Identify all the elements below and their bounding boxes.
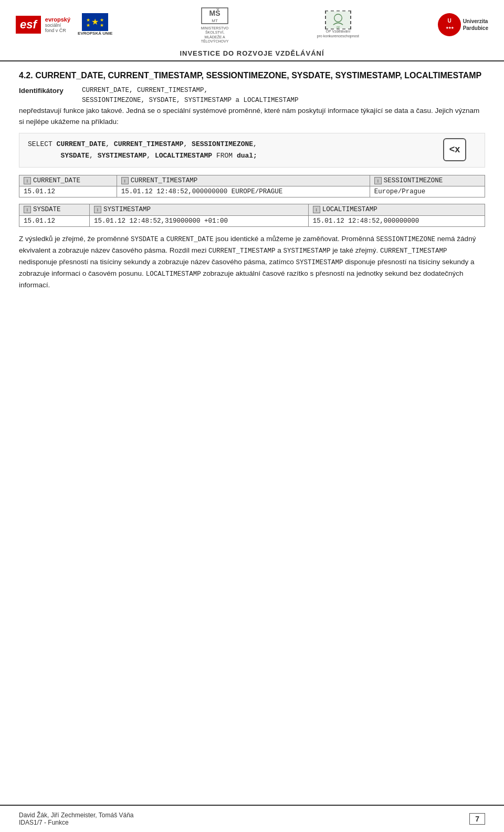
- uni-crest-icon: U ★★★: [438, 13, 461, 36]
- prose-paragraph-2: Z výsledků je zřejmé, že proměnné SYSDAT…: [19, 233, 485, 291]
- msmt-logo: MŠ MT MINISTERSTVO ŠKOLSTVÍ,MLÁDEŽE A TĚ…: [191, 5, 238, 44]
- current-date-code: CURRENT_DATE: [57, 140, 106, 148]
- th-icon-3: ↕: [374, 177, 382, 184]
- td-systimestamp-val: 15.01.12 12:48:52,319000000 +01:00: [90, 215, 309, 226]
- td-sessiontimezone-val: Europe/Prague: [370, 186, 485, 197]
- svg-text:★: ★: [91, 17, 99, 26]
- svg-text:U: U: [447, 18, 451, 24]
- footer-course: IDAS1/7 - Funkce: [19, 819, 134, 826]
- code-section: SELECT CURRENT_DATE, CURRENT_TIMESTAMP, …: [19, 133, 485, 168]
- identif-line2: SESSIONTIMEZONE, SYSDATE, SYSTIMESTAMP a…: [19, 97, 485, 104]
- identif-row: Identifikátory CURRENT_DATE, CURRENT_TIM…: [19, 87, 485, 95]
- result-table-2-section: ↕SYSDATE ↕SYSTIMESTAMP ↕LOCALTIMESTAMP 1…: [19, 204, 485, 226]
- sessiontimezone-inline: SESSIONTIMEZONE: [376, 236, 436, 243]
- esf-sublabel2: fond v ČR: [45, 28, 66, 33]
- logos-row: esf evropský sociální fond v ČR ★ ★ ★ ★: [16, 5, 488, 44]
- table2-header-row: ↕SYSDATE ↕SYSTIMESTAMP ↕LOCALTIMESTAMP: [19, 204, 485, 215]
- code-line-1: SELECT CURRENT_DATE, CURRENT_TIMESTAMP, …: [28, 139, 476, 150]
- th-current-date: ↕CURRENT_DATE: [19, 175, 117, 186]
- sessiontimezone-code: SESSIONTIMEZONE: [192, 140, 253, 148]
- td-sysdate-val: 15.01.12: [19, 215, 90, 226]
- systimestamp-code: SYSTIMESTAMP: [98, 152, 147, 160]
- indent-space: [28, 152, 60, 160]
- esf-icon: esf: [16, 16, 41, 34]
- comma4: ,: [89, 152, 98, 160]
- th-systimestamp: ↕SYSTIMESTAMP: [90, 204, 309, 215]
- uni-name: UniverzitaPardubice: [463, 18, 488, 32]
- back-button[interactable]: <x: [443, 138, 466, 161]
- identif-values: CURRENT_DATE, CURRENT_TIMESTAMP,: [82, 87, 208, 95]
- dual-code: dual;: [237, 152, 257, 160]
- uni-emblem: U ★★★: [438, 13, 461, 36]
- current-timestamp-inline2: CURRENT_TIMESTAMP: [380, 247, 447, 255]
- svg-point-12: [438, 14, 460, 36]
- footer-page-number: 7: [469, 813, 485, 825]
- current-timestamp-code: CURRENT_TIMESTAMP: [114, 140, 184, 148]
- systimestamp-inline2: SYSTIMESTAMP: [296, 259, 343, 266]
- esf-logo: esf evropský sociální fond v ČR: [16, 16, 70, 34]
- result-table-1-section: ↕CURRENT_DATE ↕CURRENT_TIMESTAMP ↕SESSIO…: [19, 175, 485, 197]
- msmt-label: MINISTERSTVO ŠKOLSTVÍ,MLÁDEŽE A TĚLOVÝCH…: [191, 26, 238, 44]
- systimestamp-inline: SYSTIMESTAMP: [283, 247, 330, 255]
- footer-authors: David Žák, Jiří Zechmeister, Tomáš Váňa: [19, 812, 134, 819]
- eu-logo: ★ ★ ★ ★ ★ EVROPSKÁ UNIE: [78, 13, 112, 36]
- svg-text:★★★: ★★★: [445, 26, 454, 29]
- localtimestamp-code: LOCALTIMESTAMP: [155, 152, 212, 160]
- sysdate-code: SYSDATE: [60, 152, 89, 160]
- th-icon-4: ↕: [24, 206, 31, 213]
- th-localtimestamp: ↕LOCALTIMESTAMP: [308, 204, 485, 215]
- th-icon-1: ↕: [24, 177, 31, 184]
- td-current-timestamp-val: 15.01.12 12:48:52,000000000 EUROPE/PRAGU…: [117, 186, 370, 197]
- prose-paragraph-1: nepředstavují funkce jako takové. Jedná …: [19, 105, 485, 128]
- svg-text:★: ★: [86, 17, 90, 23]
- uni-logo: U ★★★ UniverzitaPardubice: [438, 13, 488, 36]
- th-current-timestamp: ↕CURRENT_TIMESTAMP: [117, 175, 370, 186]
- identif-label: Identifikátory: [19, 87, 82, 95]
- result-table-1: ↕CURRENT_DATE ↕CURRENT_TIMESTAMP ↕SESSIO…: [19, 175, 485, 197]
- table1-data-row: 15.01.12 15.01.12 12:48:52,000000000 EUR…: [19, 186, 485, 197]
- comma1: ,: [106, 140, 114, 148]
- eu-label: EVROPSKÁ UNIE: [78, 31, 112, 36]
- comma2: ,: [183, 140, 192, 148]
- table1-header-row: ↕CURRENT_DATE ↕CURRENT_TIMESTAMP ↕SESSIO…: [19, 175, 485, 186]
- page-header: esf evropský sociální fond v ČR ★ ★ ★ ★: [0, 0, 504, 61]
- eu-flag-icon: ★ ★ ★ ★ ★: [82, 13, 108, 31]
- esf-sublabel: sociální: [45, 23, 61, 28]
- msmt-icon: MŠ MT: [199, 5, 230, 26]
- svg-text:MT: MT: [212, 18, 218, 23]
- select-keyword: SELECT: [28, 140, 57, 148]
- th-sessiontimezone: ↕SESSIONTIMEZONE: [370, 175, 485, 186]
- uni-name-label: UniverzitaPardubice: [463, 18, 488, 31]
- current-timestamp-inline: CURRENT_TIMESTAMP: [208, 247, 276, 255]
- footer-left: David Žák, Jiří Zechmeister, Tomáš Váňa …: [19, 812, 134, 826]
- op-icon: OP: [325, 11, 351, 29]
- page-footer: David Žák, Jiří Zechmeister, Tomáš Váňa …: [0, 805, 504, 832]
- svg-text:★: ★: [100, 17, 104, 23]
- th-icon-6: ↕: [313, 206, 320, 213]
- current-date-inline: CURRENT_DATE: [166, 236, 214, 243]
- svg-text:★: ★: [100, 23, 104, 28]
- th-icon-5: ↕: [94, 206, 101, 213]
- th-sysdate: ↕SYSDATE: [19, 204, 90, 215]
- th-icon-2: ↕: [121, 177, 129, 184]
- svg-text:MŠ: MŠ: [209, 8, 220, 17]
- code-block: SELECT CURRENT_DATE, CURRENT_TIMESTAMP, …: [19, 133, 485, 168]
- header-subtitle: INVESTICE DO ROZVOJE VZDĚLÁVÁNÍ: [180, 49, 324, 57]
- svg-text:OP: OP: [337, 26, 340, 29]
- sysdate-inline: SYSDATE: [131, 236, 159, 243]
- main-content: 4.2. CURRENT_DATE, CURRENT_TIMESTAMP, SE…: [0, 61, 504, 337]
- logo-group-left: esf evropský sociální fond v ČR ★ ★ ★ ★: [16, 13, 112, 36]
- op-label: OP Vzdělávánípro konkurenceschopnost: [317, 29, 359, 38]
- td-current-date-val: 15.01.12: [19, 186, 117, 197]
- esf-label: evropský: [45, 16, 70, 23]
- from-keyword: FROM: [212, 152, 237, 160]
- result-table-2: ↕SYSDATE ↕SYSTIMESTAMP ↕LOCALTIMESTAMP 1…: [19, 204, 485, 226]
- table2-data-row: 15.01.12 15.01.12 12:48:52,319000000 +01…: [19, 215, 485, 226]
- localtimestamp-inline: LOCALTIMESTAMP: [146, 271, 201, 278]
- code-line-2: SYSDATE, SYSTIMESTAMP, LOCALTIMESTAMP FR…: [28, 150, 476, 162]
- td-localtimestamp-val: 15.01.12 12:48:52,000000000: [308, 215, 485, 226]
- op-vzdel-icon: OP: [326, 11, 350, 29]
- op-logo: OP OP Vzdělávánípro konkurenceschopnost: [317, 11, 359, 38]
- section-title: 4.2. CURRENT_DATE, CURRENT_TIMESTAMP, SE…: [19, 71, 485, 80]
- svg-text:★: ★: [86, 23, 90, 28]
